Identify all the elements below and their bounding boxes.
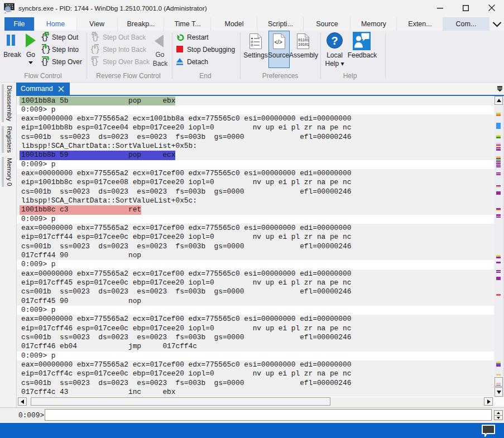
- svg-text:}: }: [94, 57, 99, 66]
- svg-text:}: }: [95, 45, 100, 54]
- svg-text:</>: </>: [275, 39, 283, 45]
- svg-text:}: }: [46, 45, 51, 54]
- svg-text:{: {: [90, 45, 95, 54]
- svg-text:{: {: [41, 45, 46, 54]
- svg-text:10101: 10101: [298, 42, 309, 47]
